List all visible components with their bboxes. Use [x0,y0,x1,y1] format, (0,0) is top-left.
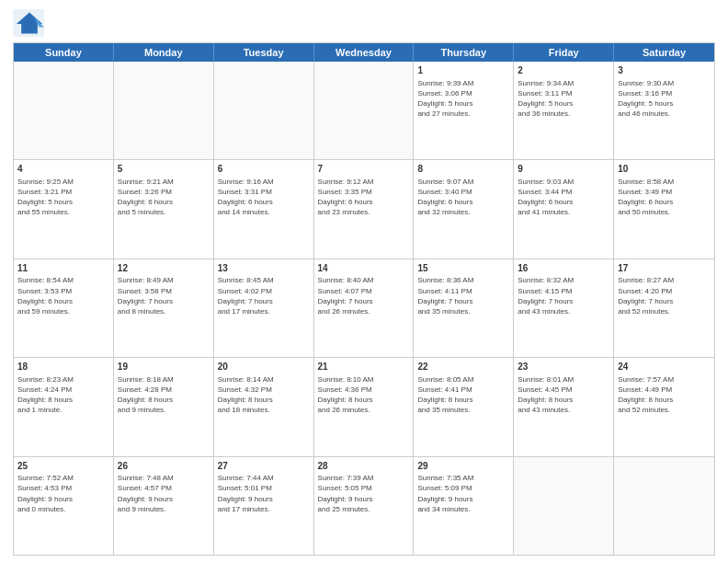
calendar-day-empty [514,457,614,555]
day-number: 16 [518,262,609,275]
day-number: 20 [218,361,310,373]
day-number: 18 [17,361,109,373]
day-number: 14 [318,262,410,275]
day-info: Sunrise: 7:39 AM Sunset: 5:05 PM Dayligh… [318,473,410,514]
day-number: 23 [518,361,609,373]
day-number: 1 [417,64,509,77]
calendar-day-4: 4Sunrise: 9:25 AM Sunset: 3:21 PM Daylig… [14,160,114,258]
day-number: 4 [17,163,109,176]
calendar-day-7: 7Sunrise: 9:12 AM Sunset: 3:35 PM Daylig… [314,160,415,258]
calendar-day-2: 2Sunrise: 9:34 AM Sunset: 3:11 PM Daylig… [514,62,614,159]
calendar-day-8: 8Sunrise: 9:07 AM Sunset: 3:40 PM Daylig… [414,160,514,258]
calendar-day-22: 22Sunrise: 8:05 AM Sunset: 4:41 PM Dayli… [414,358,514,455]
calendar-day-24: 24Sunrise: 7:57 AM Sunset: 4:49 PM Dayli… [614,358,714,455]
day-number: 21 [318,361,410,373]
day-info: Sunrise: 8:54 AM Sunset: 3:53 PM Dayligh… [17,275,109,316]
day-info: Sunrise: 9:25 AM Sunset: 3:21 PM Dayligh… [17,177,109,218]
day-info: Sunrise: 8:32 AM Sunset: 4:15 PM Dayligh… [518,275,609,316]
calendar-day-empty [214,62,314,159]
day-info: Sunrise: 8:36 AM Sunset: 4:11 PM Dayligh… [417,275,509,316]
weekday-header-tuesday: Tuesday [214,43,314,62]
day-info: Sunrise: 9:03 AM Sunset: 3:44 PM Dayligh… [518,177,609,218]
day-number: 9 [518,163,609,176]
day-number: 24 [618,361,711,373]
day-info: Sunrise: 7:48 AM Sunset: 4:57 PM Dayligh… [118,473,210,514]
day-info: Sunrise: 8:14 AM Sunset: 4:32 PM Dayligh… [218,374,310,416]
day-number: 7 [318,163,410,176]
day-info: Sunrise: 9:12 AM Sunset: 3:35 PM Dayligh… [318,177,410,218]
calendar-day-15: 15Sunrise: 8:36 AM Sunset: 4:11 PM Dayli… [414,259,514,357]
calendar-header-row: SundayMondayTuesdayWednesdayThursdayFrid… [14,43,714,62]
day-info: Sunrise: 8:27 AM Sunset: 4:20 PM Dayligh… [618,275,711,316]
calendar-day-29: 29Sunrise: 7:35 AM Sunset: 5:09 PM Dayli… [414,457,514,555]
calendar-day-5: 5Sunrise: 9:21 AM Sunset: 3:26 PM Daylig… [114,160,214,258]
day-number: 28 [318,460,410,473]
calendar-day-28: 28Sunrise: 7:39 AM Sunset: 5:05 PM Dayli… [314,457,415,555]
calendar-day-18: 18Sunrise: 8:23 AM Sunset: 4:24 PM Dayli… [14,358,114,455]
weekday-header-monday: Monday [114,43,214,62]
weekday-header-saturday: Saturday [614,43,714,62]
day-info: Sunrise: 8:05 AM Sunset: 4:41 PM Dayligh… [417,374,509,416]
calendar-day-empty [14,62,114,159]
day-number: 25 [17,460,109,473]
day-number: 6 [218,163,310,176]
day-number: 29 [417,460,509,473]
day-number: 8 [417,163,509,176]
day-number: 26 [118,460,210,473]
day-info: Sunrise: 7:57 AM Sunset: 4:49 PM Dayligh… [618,374,711,416]
day-number: 15 [417,262,509,275]
day-info: Sunrise: 8:10 AM Sunset: 4:36 PM Dayligh… [318,374,410,416]
day-number: 27 [218,460,310,473]
calendar-day-17: 17Sunrise: 8:27 AM Sunset: 4:20 PM Dayli… [614,259,714,357]
day-info: Sunrise: 8:18 AM Sunset: 4:28 PM Dayligh… [118,374,210,416]
day-info: Sunrise: 8:58 AM Sunset: 3:49 PM Dayligh… [618,177,711,218]
day-info: Sunrise: 9:16 AM Sunset: 3:31 PM Dayligh… [218,177,310,218]
calendar-day-16: 16Sunrise: 8:32 AM Sunset: 4:15 PM Dayli… [514,259,614,357]
day-number: 3 [618,64,711,77]
day-number: 11 [17,262,109,275]
day-number: 5 [118,163,210,176]
day-info: Sunrise: 8:40 AM Sunset: 4:07 PM Dayligh… [318,275,410,316]
weekday-header-sunday: Sunday [14,43,114,62]
day-info: Sunrise: 7:35 AM Sunset: 5:09 PM Dayligh… [417,473,509,514]
calendar-day-1: 1Sunrise: 9:39 AM Sunset: 3:06 PM Daylig… [414,62,514,159]
day-number: 2 [518,64,609,77]
calendar-body: 1Sunrise: 9:39 AM Sunset: 3:06 PM Daylig… [14,62,714,555]
day-info: Sunrise: 7:52 AM Sunset: 4:53 PM Dayligh… [17,473,109,514]
day-info: Sunrise: 8:45 AM Sunset: 4:02 PM Dayligh… [218,275,310,316]
day-number: 10 [618,163,711,176]
day-info: Sunrise: 8:49 AM Sunset: 3:58 PM Dayligh… [118,275,210,316]
calendar: SundayMondayTuesdayWednesdayThursdayFrid… [13,42,715,556]
calendar-day-21: 21Sunrise: 8:10 AM Sunset: 4:36 PM Dayli… [314,358,415,455]
calendar-day-26: 26Sunrise: 7:48 AM Sunset: 4:57 PM Dayli… [114,457,214,555]
day-number: 19 [118,361,210,373]
logo-icon [13,9,46,37]
calendar-week-1: 1Sunrise: 9:39 AM Sunset: 3:06 PM Daylig… [14,62,714,160]
calendar-day-9: 9Sunrise: 9:03 AM Sunset: 3:44 PM Daylig… [514,160,614,258]
day-info: Sunrise: 8:23 AM Sunset: 4:24 PM Dayligh… [17,374,109,416]
calendar-day-empty [614,457,714,555]
calendar-week-3: 11Sunrise: 8:54 AM Sunset: 3:53 PM Dayli… [14,259,714,358]
day-info: Sunrise: 9:21 AM Sunset: 3:26 PM Dayligh… [118,177,210,218]
weekday-header-friday: Friday [514,43,614,62]
calendar-day-10: 10Sunrise: 8:58 AM Sunset: 3:49 PM Dayli… [614,160,714,258]
calendar-day-13: 13Sunrise: 8:45 AM Sunset: 4:02 PM Dayli… [214,259,314,357]
calendar-day-6: 6Sunrise: 9:16 AM Sunset: 3:31 PM Daylig… [214,160,314,258]
page: SundayMondayTuesdayWednesdayThursdayFrid… [0,0,728,563]
day-info: Sunrise: 7:44 AM Sunset: 5:01 PM Dayligh… [218,473,310,514]
day-info: Sunrise: 9:39 AM Sunset: 3:06 PM Dayligh… [417,78,509,120]
calendar-day-empty [314,62,415,159]
calendar-day-27: 27Sunrise: 7:44 AM Sunset: 5:01 PM Dayli… [214,457,314,555]
calendar-day-12: 12Sunrise: 8:49 AM Sunset: 3:58 PM Dayli… [114,259,214,357]
weekday-header-wednesday: Wednesday [314,43,415,62]
weekday-header-thursday: Thursday [414,43,514,62]
calendar-week-5: 25Sunrise: 7:52 AM Sunset: 4:53 PM Dayli… [14,457,714,555]
day-number: 12 [118,262,210,275]
day-info: Sunrise: 8:01 AM Sunset: 4:45 PM Dayligh… [518,374,609,416]
logo [13,9,50,37]
calendar-day-23: 23Sunrise: 8:01 AM Sunset: 4:45 PM Dayli… [514,358,614,455]
calendar-day-19: 19Sunrise: 8:18 AM Sunset: 4:28 PM Dayli… [114,358,214,455]
day-info: Sunrise: 9:07 AM Sunset: 3:40 PM Dayligh… [417,177,509,218]
calendar-day-20: 20Sunrise: 8:14 AM Sunset: 4:32 PM Dayli… [214,358,314,455]
day-number: 22 [417,361,509,373]
